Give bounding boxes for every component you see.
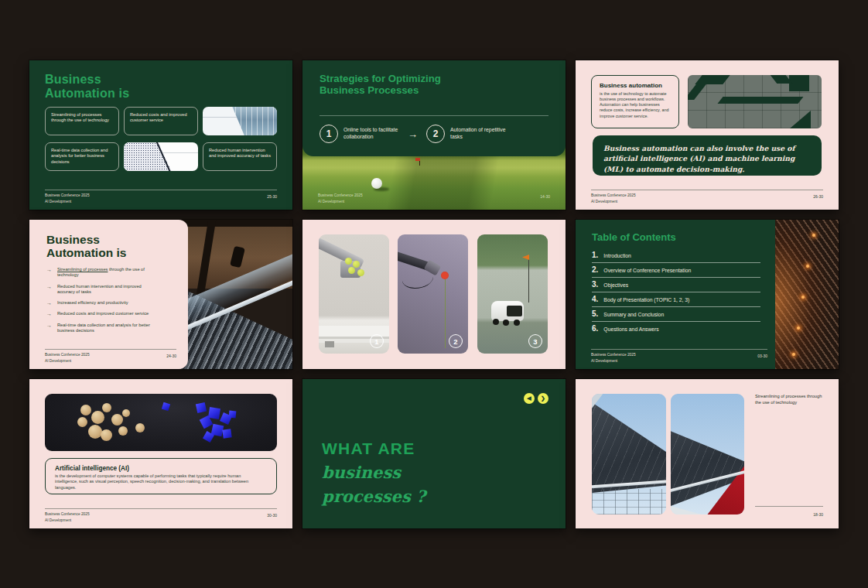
robot-panel-shape [507, 306, 522, 316]
facade-shape [592, 489, 666, 514]
list-item: → Real-time data collection and analysis… [46, 323, 162, 334]
footer-divider [45, 190, 277, 190]
list-item: → Increased efficiency and productivity [46, 300, 162, 306]
toc-label: Questions and Answers [603, 325, 658, 332]
bullet-arrow-icon: → [46, 300, 53, 306]
glass-mullions-shape [203, 107, 277, 135]
slide-title: Table of Contents [592, 231, 676, 243]
cube-shape [196, 402, 207, 413]
toc-list: 1. Introduction 2. Overview of Conferenc… [592, 251, 760, 339]
toc-number: 2. [592, 266, 598, 274]
footer-brand: Business Conference 2025 AI Development [591, 352, 636, 364]
definition-card: Artificial intelligence (AI) is the deve… [45, 458, 277, 494]
process-steps: 1 Online tools to facilitate collaborati… [320, 125, 507, 143]
louver-architecture-photo [775, 220, 839, 369]
flower-stem-shape [445, 279, 446, 348]
prev-arrow-icon: ◀ [527, 395, 531, 402]
footer-brand-line1: Business Conference 2025 [45, 352, 90, 357]
footer-divider [45, 349, 176, 350]
list-item-text: Reduced costs and improved customer serv… [57, 311, 156, 316]
slide-robot-photos: 1 2 3 [302, 220, 566, 369]
lamp-dot [801, 296, 805, 299]
list-item-link[interactable]: Streamlining of processes [57, 267, 108, 272]
definition-card: Business automation is the use of techno… [591, 75, 679, 128]
tiled-wall-photo [688, 75, 822, 128]
footer-brand: Business Conference 2025 AI Development [318, 193, 363, 204]
slide-strategies: Strategies for Optimizing Business Proce… [302, 60, 566, 210]
bullet-arrow-icon: → [46, 267, 53, 279]
definition-title: Business automation [600, 82, 671, 89]
toc-item[interactable]: 5. Summary and Conclusion [592, 310, 760, 322]
toc-item[interactable]: 6. Questions and Answers [592, 325, 760, 336]
photo-beam-shape [176, 220, 292, 227]
feature-card: Reduced costs and improved customer serv… [124, 107, 198, 135]
cube-shape [222, 429, 231, 438]
3d-render-photo [45, 394, 277, 451]
cube-shape [229, 411, 237, 419]
tile-shape [717, 97, 803, 104]
footer-divider [755, 506, 823, 507]
cube-shape [162, 402, 170, 411]
prev-button[interactable]: ◀ [524, 393, 535, 404]
warm-light-glow [775, 220, 839, 369]
toc-item[interactable]: 3. Objectives [592, 281, 760, 292]
tile-shape [695, 75, 730, 84]
footer-brand: Business Conference 2025 AI Development [591, 193, 636, 204]
sphere-shape [118, 426, 128, 436]
toc-item[interactable]: 4. Body of Presentation (TOPIC 1, 2, 3) [592, 296, 760, 307]
slide-automation-grid: Business Automation is Streamlining of p… [29, 60, 292, 210]
list-item: → Reduced human intervention and improve… [46, 284, 162, 296]
step-label: Automation of repetitive tasks [450, 127, 507, 141]
next-button[interactable]: ❯ [538, 393, 548, 404]
toc-label: Introduction [603, 251, 631, 258]
footer-brand-line1: Business Conference 2025 [591, 352, 636, 357]
page-number: 25-30 [267, 194, 277, 199]
building-photo [671, 394, 744, 514]
tennis-ball-shape [348, 267, 355, 274]
slide-title: Business Automation is [45, 73, 161, 101]
quote-text: Business automation can also involve the… [593, 135, 822, 182]
robot-arm-flower-photo: 2 [398, 234, 468, 354]
arrow-right-icon: → [408, 128, 418, 140]
feature-card: Real-time data collection and analysis f… [45, 142, 119, 171]
page-number: 30-30 [267, 513, 277, 518]
slide-automation-list: Business Automation is → Streamlining of… [29, 220, 292, 369]
definition-body: is the development of computer systems c… [55, 473, 264, 491]
list-item: → Reduced costs and improved customer se… [46, 311, 162, 316]
photo-number-badge: 1 [370, 334, 384, 348]
toc-item[interactable]: 2. Overview of Conference Presentation [592, 266, 760, 278]
footer-brand-line1: Business Conference 2025 [318, 193, 363, 198]
step-label: Online tools to facilitate collaboration [343, 127, 401, 141]
footer-brand: Business Conference 2025 AI Development [45, 511, 90, 523]
bullet-arrow-icon: → [46, 311, 53, 316]
equipment-box-shape [325, 341, 334, 347]
bullet-arrow-icon: → [46, 323, 53, 334]
toc-item[interactable]: 1. Introduction [592, 251, 760, 263]
wheel-shape [514, 320, 520, 326]
page-number: 26-30 [813, 194, 823, 199]
toc-number: 3. [592, 281, 598, 289]
slide-ai-definition: Artificial intelligence (AI) is the deve… [29, 379, 292, 528]
sphere-shape [102, 403, 111, 412]
sphere-shape [91, 411, 104, 424]
slide-title: Strategies for Optimizing Business Proce… [320, 73, 443, 96]
page-number: 24-30 [166, 354, 176, 358]
slide-title: Business Automation is [46, 233, 151, 260]
page-number: 03-30 [757, 354, 767, 358]
sphere-shape [111, 414, 123, 426]
tennis-ball-shape [353, 261, 360, 268]
feature-card-grid: Streamlining of processes through the us… [45, 107, 277, 171]
footer-brand-line2: AI Development [318, 199, 363, 204]
robot-arm-tennis-photo: 1 [319, 234, 389, 354]
list-item-text: Increased efficiency and productivity [57, 300, 156, 306]
toc-number: 5. [592, 310, 598, 318]
page-number: 14-30 [540, 194, 550, 199]
definition-body: is the use of technology to automate bus… [600, 91, 671, 119]
footer-brand: Business Conference 2025 AI Development [45, 193, 90, 204]
delivery-robot-photo: 3 [477, 234, 548, 354]
sphere-shape [101, 429, 112, 441]
photo-number-badge: 3 [528, 334, 542, 348]
page-number: 18-30 [813, 512, 823, 517]
toc-label: Objectives [603, 281, 628, 288]
footer-divider [45, 508, 277, 509]
